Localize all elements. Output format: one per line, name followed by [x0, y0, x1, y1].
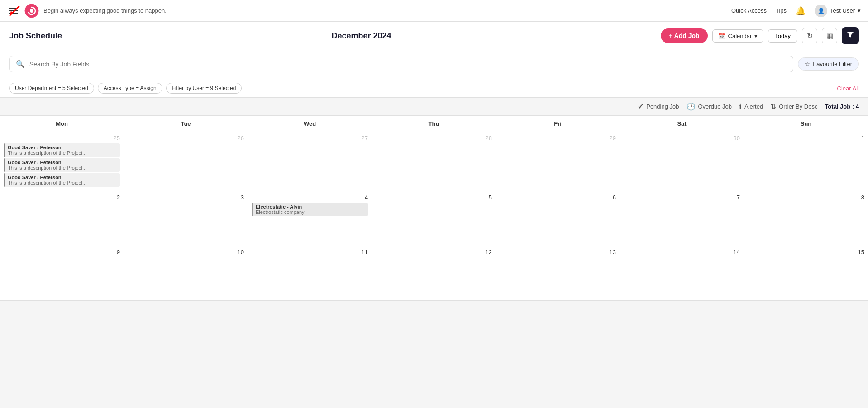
refresh-icon: ↻	[807, 32, 813, 40]
funnel-icon	[846, 31, 854, 41]
filter-by-user-tag[interactable]: Filter by User = 9 Selected	[166, 83, 242, 94]
refresh-button[interactable]: ↻	[802, 28, 817, 43]
user-department-filter-tag[interactable]: User Department = 5 Selected	[9, 83, 94, 94]
day-number: 29	[500, 135, 616, 142]
bell-icon[interactable]: 🔔	[796, 6, 806, 16]
today-button[interactable]: Today	[768, 29, 797, 43]
order-by-desc-toggle[interactable]: ⇅ Order By Desc	[770, 102, 817, 111]
calendar-icon: 📅	[718, 33, 725, 39]
job-event[interactable]: Good Saver - PetersonThis is a descripti…	[4, 173, 120, 187]
calendar-day-header-mon: Mon	[0, 116, 124, 132]
calendar-cell: 29	[496, 132, 620, 191]
order-by-desc-label: Order By Desc	[779, 103, 817, 110]
day-number: 3	[128, 194, 244, 201]
app-logo	[24, 4, 39, 18]
filter-tags: User Department = 5 Selected Access Type…	[0, 78, 868, 98]
avatar: 👤	[815, 5, 827, 17]
page-header: Job Schedule December 2024 + Add Job 📅 C…	[0, 22, 868, 50]
day-number: 25	[4, 135, 120, 142]
day-number: 5	[376, 194, 492, 201]
search-input[interactable]	[29, 61, 787, 68]
event-desc: This is a description of the Project...	[8, 150, 117, 156]
search-icon: 🔍	[16, 60, 25, 68]
calendar-day-header-wed: Wed	[248, 116, 372, 132]
day-number: 15	[748, 249, 864, 256]
calendar-cell: 3	[124, 191, 248, 246]
calendar-cell: 1	[744, 132, 868, 191]
alerted-toggle[interactable]: ℹ Alerted	[739, 102, 763, 111]
calendar-cell: 25Good Saver - PetersonThis is a descrip…	[0, 132, 124, 191]
overdue-job-toggle[interactable]: 🕐 Overdue Job	[687, 102, 732, 111]
favourite-filter-label: Favourite Filter	[813, 61, 852, 67]
access-type-filter-tag[interactable]: Access Type = Assign	[98, 83, 162, 94]
day-number: 27	[252, 135, 368, 142]
calendar-cell: 14	[620, 246, 744, 300]
alert-icon: ℹ	[739, 102, 742, 111]
calendar-cell: 12	[372, 246, 496, 300]
calendar-day-header-tue: Tue	[124, 116, 248, 132]
day-number: 6	[500, 194, 616, 201]
day-number: 11	[252, 249, 368, 256]
svg-point-1	[30, 9, 33, 13]
calendar-cell: 9	[0, 246, 124, 300]
tagline: Begin always expecting good things to ha…	[43, 7, 167, 14]
overdue-job-label: Overdue Job	[698, 103, 732, 110]
calendar-cell: 13	[496, 246, 620, 300]
tips-button[interactable]: Tips	[776, 7, 787, 14]
event-title: Good Saver - Peterson	[8, 145, 117, 150]
day-number: 2	[4, 194, 120, 201]
event-desc: This is a description of the Project...	[8, 165, 117, 171]
calendar-view-button[interactable]: ▦	[822, 28, 837, 43]
day-number: 13	[500, 249, 616, 256]
hamburger-menu[interactable]	[7, 6, 20, 16]
favourite-filter-button[interactable]: ☆ Favourite Filter	[798, 57, 859, 71]
dropdown-chevron-icon: ▾	[754, 33, 758, 39]
calendar-cell: 7	[620, 191, 744, 246]
calendar-view-dropdown[interactable]: 📅 Calendar ▾	[712, 29, 764, 43]
top-bar-right: Quick Access Tips 🔔 👤 Test User ▾	[731, 5, 861, 17]
calendar-cell: 28	[372, 132, 496, 191]
calendar: MonTueWedThuFriSatSun 25Good Saver - Pet…	[0, 116, 868, 301]
event-title: Electrostatic - Alvin	[256, 204, 365, 209]
calendar-day-header-thu: Thu	[372, 116, 496, 132]
calendar-cell: 8	[744, 191, 868, 246]
calendar-header: MonTueWedThuFriSatSun	[0, 116, 868, 132]
calendar-cell: 27	[248, 132, 372, 191]
calendar-week-1: 234Electrostatic - AlvinElectrostatic co…	[0, 191, 868, 246]
calendar-body: 25Good Saver - PetersonThis is a descrip…	[0, 132, 868, 301]
total-job-count: Total Job : 4	[825, 103, 859, 110]
filter-button[interactable]	[842, 27, 859, 44]
search-section: 🔍 ☆ Favourite Filter	[0, 50, 868, 78]
add-job-button[interactable]: + Add Job	[661, 28, 708, 43]
job-event[interactable]: Good Saver - PetersonThis is a descripti…	[4, 158, 120, 172]
search-row: 🔍 ☆ Favourite Filter	[9, 56, 859, 72]
month-title: December 2024	[62, 31, 661, 41]
job-event[interactable]: Good Saver - PetersonThis is a descripti…	[4, 143, 120, 157]
user-menu[interactable]: 👤 Test User ▾	[815, 5, 861, 17]
grid-icon: ▦	[826, 32, 833, 40]
event-desc: Electrostatic company	[256, 209, 365, 215]
calendar-week-2: 9101112131415	[0, 246, 868, 301]
calendar-cell: 4Electrostatic - AlvinElectrostatic comp…	[248, 191, 372, 246]
page-title: Job Schedule	[9, 31, 62, 41]
day-number: 9	[4, 249, 120, 256]
calendar-cell: 2	[0, 191, 124, 246]
calendar-cell: 6	[496, 191, 620, 246]
clear-all-button[interactable]: Clear All	[837, 85, 859, 92]
pending-job-toggle[interactable]: ✔ Pending Job	[638, 102, 679, 111]
calendar-cell: 26	[124, 132, 248, 191]
chevron-down-icon: ▾	[858, 7, 861, 14]
day-number: 1	[748, 135, 864, 142]
day-number: 30	[624, 135, 740, 142]
calendar-cell: 5	[372, 191, 496, 246]
day-number: 26	[128, 135, 244, 142]
calendar-day-header-sun: Sun	[744, 116, 868, 132]
star-icon: ☆	[805, 61, 810, 67]
day-number: 12	[376, 249, 492, 256]
quick-access-button[interactable]: Quick Access	[731, 7, 767, 14]
job-event[interactable]: Electrostatic - AlvinElectrostatic compa…	[252, 203, 368, 216]
header-actions: + Add Job 📅 Calendar ▾ Today ↻ ▦	[661, 27, 859, 44]
day-number: 4	[252, 194, 368, 201]
calendar-day-header-fri: Fri	[496, 116, 620, 132]
clock-icon: 🕐	[687, 102, 696, 111]
